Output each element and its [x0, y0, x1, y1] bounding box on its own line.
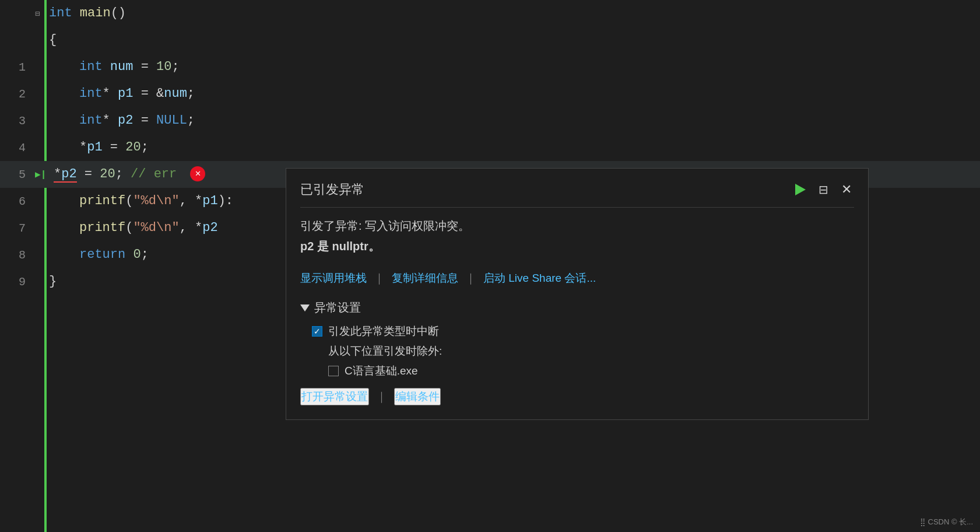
code-text-5: *p2 = 20; // err ✕ [44, 161, 205, 188]
code-text: int num = 10; [44, 54, 180, 80]
code-text: } [44, 268, 57, 295]
exception-settings: ✓ 引发此异常类型时中断 从以下位置引发时除外: C语言基础.exe [312, 324, 854, 379]
code-text: int* p1 = &num; [44, 80, 195, 107]
error-icon[interactable]: ✕ [190, 166, 205, 181]
line-number-9: 9 [0, 275, 35, 289]
setting-row-1: ✓ 引发此异常类型时中断 [312, 324, 854, 339]
csdn-watermark: ⣿ CSDN © 长... [920, 517, 973, 527]
edit-conditions-link[interactable]: 编辑条件 [394, 388, 441, 405]
code-text: { [44, 27, 57, 54]
checkbox-break-on-exception[interactable]: ✓ [312, 326, 322, 337]
copy-details-link[interactable]: 复制详细信息 [392, 271, 458, 286]
sub-setting-label: 从以下位置引发时除外: [328, 345, 442, 357]
show-callstack-link[interactable]: 显示调用堆栈 [300, 271, 367, 286]
code-editor: ⊟ int main() { 1 int num = 10; 2 [0, 0, 980, 532]
bottom-links: 打开异常设置 ｜ 编辑条件 [300, 388, 854, 405]
pin-icon: ⊟ [819, 183, 828, 197]
section-collapse-icon[interactable] [300, 304, 310, 312]
code-line-main: ⊟ int main() [0, 0, 980, 27]
exception-panel: 已引发异常 ⊟ ✕ 引发了异常: 写入访问权限冲突。 p2 是 nullptr。… [286, 168, 869, 420]
csdn-text: CSDN © 长... [928, 517, 973, 526]
live-share-link[interactable]: 启动 Live Share 会话... [483, 271, 596, 286]
play-icon [795, 184, 806, 195]
link-separator-2: ｜ [465, 271, 476, 286]
panel-body: 引发了异常: 写入访问权限冲突。 p2 是 nullptr。 显示调用堆栈 ｜ … [300, 218, 854, 405]
section-title: 异常设置 [314, 300, 361, 316]
code-line-2: 2 int* p1 = &num; [0, 80, 980, 107]
section-header: 异常设置 [300, 300, 854, 316]
panel-title: 已引发异常 [300, 181, 364, 198]
code-text: return 0; [44, 242, 149, 268]
setting-label-2: C语言基础.exe [345, 363, 418, 379]
code-text: *p1 = 20; [44, 134, 149, 161]
link-separator-3: ｜ [376, 389, 387, 404]
code-line-brace-open: { [0, 27, 980, 54]
close-icon: ✕ [841, 183, 852, 196]
checkbox-exe-exclude[interactable] [328, 366, 339, 376]
line-number-1: 1 [0, 61, 35, 74]
line-number-6: 6 [0, 195, 35, 208]
setting-row-2: C语言基础.exe [328, 363, 854, 379]
code-text: printf("%d\n", *p1): [44, 188, 233, 215]
link-separator-1: ｜ [374, 271, 385, 286]
code-text: int* p2 = NULL; [44, 107, 195, 134]
code-text: printf("%d\n", *p2 [44, 215, 218, 242]
line-number-8: 8 [0, 249, 35, 262]
code-line-4: 4 *p1 = 20; [0, 134, 980, 161]
collapse-icon[interactable]: ⊟ [35, 9, 40, 19]
continue-button[interactable] [793, 181, 808, 198]
grid-icon: ⣿ [920, 517, 926, 526]
line-number-5: 5 [0, 168, 35, 181]
line-number-2: 2 [0, 88, 35, 101]
sub-setting: 从以下位置引发时除外: [328, 344, 854, 359]
code-line-1: 1 int num = 10; [0, 54, 980, 80]
close-button[interactable]: ✕ [839, 181, 854, 198]
open-exception-settings-link[interactable]: 打开异常设置 [300, 388, 369, 405]
exception-links: 显示调用堆栈 ｜ 复制详细信息 ｜ 启动 Live Share 会话... [300, 271, 854, 286]
line-number-3: 3 [0, 114, 35, 128]
code-text: int main() [44, 0, 126, 27]
panel-actions: ⊟ ✕ [793, 180, 854, 199]
line-number-4: 4 [0, 141, 35, 155]
pin-button[interactable]: ⊟ [816, 180, 831, 199]
setting-label-1: 引发此异常类型时中断 [328, 324, 439, 339]
exception-main-text: 引发了异常: 写入访问权限冲突。 [300, 218, 854, 234]
exception-detail-text: p2 是 nullptr。 [300, 239, 854, 254]
panel-header: 已引发异常 ⊟ ✕ [300, 180, 854, 208]
code-line-3: 3 int* p2 = NULL; [0, 107, 980, 134]
line-number-7: 7 [0, 222, 35, 235]
gutter-debug: ▶| [35, 169, 44, 180]
